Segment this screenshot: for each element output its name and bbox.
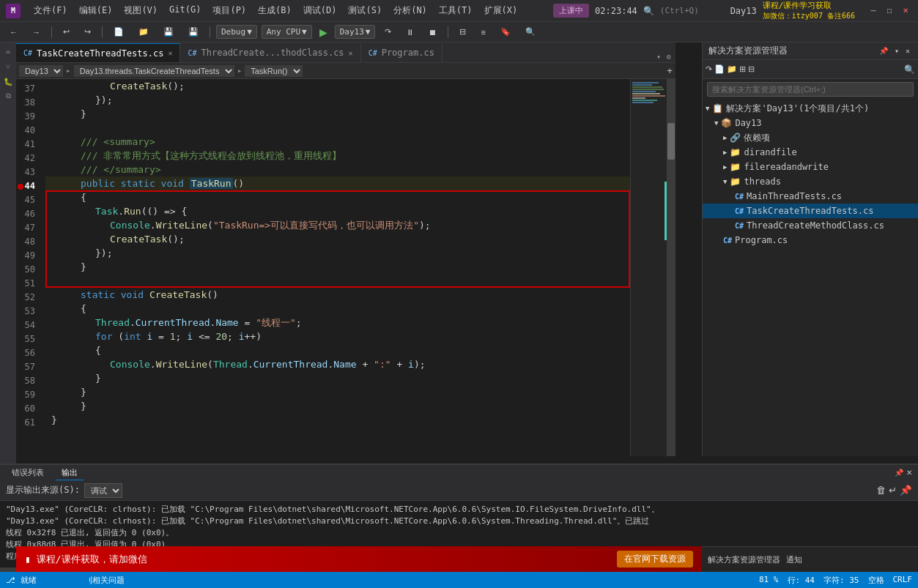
project-node[interactable]: ▼ 📦 Day13 <box>703 116 918 130</box>
tab-program[interactable]: C# Program.cs <box>361 43 443 62</box>
maximize-button[interactable]: □ <box>883 4 896 18</box>
format-button[interactable]: ⊟ <box>454 25 471 39</box>
menu-view[interactable]: 视图(V) <box>119 3 162 18</box>
tab-task-create[interactable]: C# TaskCreateThreadTests.cs ✕ <box>16 43 180 62</box>
stop-button[interactable]: ⏹ <box>423 26 442 39</box>
menu-file[interactable]: 文件(F) <box>29 3 72 18</box>
new-file-button[interactable]: 📄 <box>108 25 129 39</box>
step-over-button[interactable]: ↷ <box>380 25 396 39</box>
tree-item-threads[interactable]: ▼ 📁 threads <box>703 174 918 189</box>
dir-icon: 📁 <box>730 147 741 157</box>
save-button[interactable]: 💾 <box>158 25 179 39</box>
menu-git[interactable]: Git(G) <box>165 3 205 18</box>
tab-close-button2[interactable]: ✕ <box>349 49 353 57</box>
code-line-61: } <box>45 413 630 427</box>
sidebar-debug-icon[interactable]: 🐛 <box>1 75 15 88</box>
bookmark-button[interactable]: 🔖 <box>495 25 516 39</box>
title-bar: M 文件(F) 编辑(E) 视图(V) Git(G) 项目(P) 生成(B) 调… <box>0 0 918 22</box>
solution-search-button[interactable]: 🔍 <box>904 64 915 75</box>
solution-toolbar-btn2[interactable]: 📄 <box>714 64 725 74</box>
output-source-select[interactable]: 调试 <box>84 483 122 498</box>
menu-edit[interactable]: 编辑(E) <box>75 3 117 18</box>
save-all-button[interactable]: 💾 <box>183 25 204 39</box>
panel-close-button[interactable]: ✕ <box>903 45 912 56</box>
pause-button[interactable]: ⏸ <box>401 26 419 39</box>
tab-error-list[interactable]: 错误列表 <box>6 466 50 480</box>
tab-icon2: C# <box>188 49 196 57</box>
back-button[interactable]: ← <box>4 26 23 39</box>
align-button[interactable]: ≡ <box>475 26 490 39</box>
output-clear-button[interactable]: 🗑 <box>876 485 886 496</box>
tab-output[interactable]: 输出 <box>56 466 84 480</box>
fileread-icon: 📁 <box>730 162 741 172</box>
output-line-3: 线程 0x32f8 已退出, 返回值为 0 (0x0)。 <box>6 527 912 539</box>
solution-root[interactable]: ▼ 📋 解决方案'Day13'(1个项目/共1个) <box>703 101 918 116</box>
undo-button[interactable]: ↩ <box>58 25 75 39</box>
code-editor[interactable]: 37 38 39 40 41 42 43 44 45 46 47 48 49 5… <box>16 79 675 456</box>
sidebar-code-icon[interactable]: ⌨ <box>1 45 15 59</box>
project-dropdown[interactable]: Day13 ▼ <box>335 25 376 39</box>
code-line-50: } <box>45 260 630 274</box>
nav-project-select[interactable]: Day13 <box>19 65 63 77</box>
menu-test[interactable]: 测试(S) <box>344 3 386 18</box>
tree-item-fileread[interactable]: ▶ 📁 filereadandwrite <box>703 160 918 174</box>
solution-icon: 📋 <box>712 103 723 113</box>
thread-create-method-label: ThreadCreateMethodClass.cs <box>747 220 884 231</box>
nav-add-button[interactable]: + <box>667 65 673 76</box>
vertical-scrollbar[interactable] <box>667 79 675 456</box>
open-button[interactable]: 📁 <box>133 25 154 39</box>
cs-icon3: C# <box>735 222 744 230</box>
solution-toolbar-btn4[interactable]: ⊞ <box>739 64 746 74</box>
pin-button[interactable]: 📌 <box>877 45 890 56</box>
tab-close-button[interactable]: ✕ <box>168 49 172 57</box>
menu-extensions[interactable]: 扩展(X) <box>480 3 522 18</box>
status-line[interactable]: 行: 44 <box>788 575 815 586</box>
forward-button[interactable]: → <box>27 26 45 39</box>
solution-toolbar-btn5[interactable]: ⊟ <box>748 64 755 74</box>
solution-bottom-tab1[interactable]: 解决方案资源管理器 <box>708 554 780 565</box>
solution-bottom-tab2[interactable]: 通知 <box>786 554 802 565</box>
output-pin-button[interactable]: 📌 <box>900 485 912 496</box>
fileread-label: filereadandwrite <box>744 162 829 172</box>
tree-item-program[interactable]: C# Program.cs <box>703 233 918 248</box>
output-panel-pin[interactable]: 📌 <box>895 469 903 477</box>
play-button[interactable]: ▶ <box>317 25 330 40</box>
cpu-dropdown[interactable]: Any CPU ▼ <box>262 25 312 39</box>
output-panel-close[interactable]: ✕ <box>906 469 912 477</box>
tree-item-main-thread[interactable]: C# MainThreadTests.cs <box>703 189 918 204</box>
tree-item-thread-create-method[interactable]: C# ThreadCreateMethodClass.cs <box>703 218 918 233</box>
tree-item-task-create[interactable]: C# TaskCreateThreadTests.cs <box>703 204 918 218</box>
tab-overflow-button[interactable]: ⚙ <box>665 51 673 62</box>
status-encoding[interactable]: CRLF <box>893 575 913 586</box>
minimize-button[interactable]: ─ <box>867 4 880 18</box>
dir-label: dirandfile <box>744 147 796 157</box>
menu-build[interactable]: 生成(B) <box>253 3 296 18</box>
nav-bar: Day13 ▸ Day13.threads.TaskCreateThreadTe… <box>16 63 675 79</box>
tree-item-deps[interactable]: ▶ 🔗 依赖项 <box>703 130 918 145</box>
sidebar-extensions-icon[interactable]: ⧉ <box>1 89 15 103</box>
search-icon[interactable]: 🔍 <box>643 6 654 16</box>
tab-list-button[interactable]: ▾ <box>655 51 662 62</box>
solution-search-input[interactable] <box>707 82 914 97</box>
status-char[interactable]: 字符: 35 <box>823 575 859 586</box>
solution-toolbar-btn1[interactable]: ↷ <box>706 64 712 74</box>
menu-tools[interactable]: 工具(T) <box>434 3 477 18</box>
output-wrap-button[interactable]: ↵ <box>889 485 897 496</box>
tree-item-dir[interactable]: ▶ 📁 dirandfile <box>703 145 918 160</box>
status-zoom[interactable]: 81 % <box>759 575 779 586</box>
tab-thread-create[interactable]: C# ThreadCreate...thodClass.cs ✕ <box>180 43 360 62</box>
solution-toolbar-btn3[interactable]: 📁 <box>727 64 737 74</box>
nav-method-select[interactable]: TaskRun() <box>245 65 303 77</box>
cs-icon1: C# <box>735 193 744 201</box>
menu-analyze[interactable]: 分析(N) <box>389 3 432 18</box>
nav-namespace-select[interactable]: Day13.threads.TaskCreateThreadTests <box>74 65 234 77</box>
sidebar-git-icon[interactable]: ⑂ <box>1 60 15 73</box>
close-button[interactable]: ✕ <box>899 4 912 18</box>
promo-wechat-button[interactable]: 在官网下载资源 <box>617 551 693 567</box>
menu-project[interactable]: 项目(P) <box>208 3 251 18</box>
redo-button[interactable]: ↪ <box>79 25 96 39</box>
debug-dropdown[interactable]: Debug ▼ <box>216 25 257 39</box>
panel-menu-button[interactable]: ▾ <box>892 45 901 56</box>
menu-debug[interactable]: 调试(D) <box>299 3 341 18</box>
find-button[interactable]: 🔍 <box>520 25 541 39</box>
